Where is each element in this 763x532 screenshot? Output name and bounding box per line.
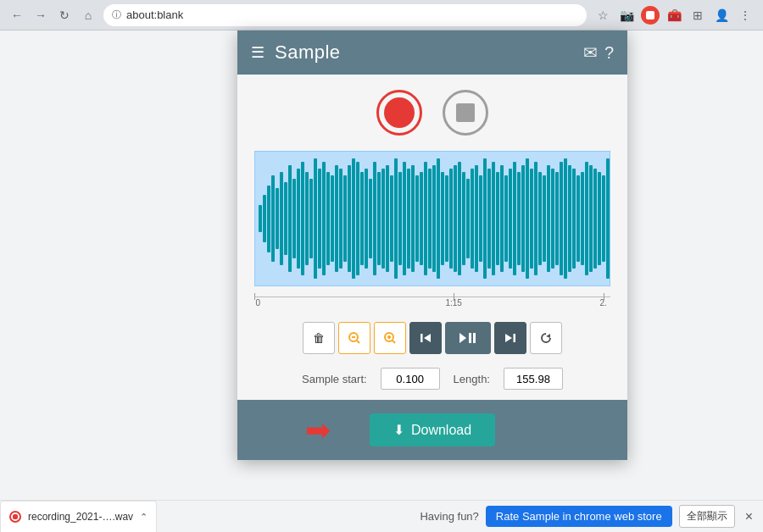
zoom-out-button[interactable] [338, 322, 370, 354]
waveform-bar [555, 172, 559, 266]
play-pause-button[interactable] [445, 322, 491, 354]
waveform-bar [305, 172, 309, 266]
menu-button[interactable]: ⋮ [734, 4, 756, 26]
sample-settings: Sample start: Length: [237, 363, 627, 400]
waveform-bar [407, 169, 410, 269]
tab-grid-button[interactable]: ⊞ [687, 4, 709, 26]
waveform-bar [415, 175, 419, 263]
waveform-bar [314, 158, 317, 279]
forward-button[interactable]: → [31, 5, 51, 25]
hamburger-icon[interactable]: ☰ [251, 43, 265, 62]
skip-forward-button[interactable] [494, 322, 526, 354]
sample-start-input[interactable] [381, 368, 440, 390]
address-bar[interactable]: ⓘ about:blank [103, 4, 587, 26]
skip-back-button[interactable] [409, 322, 442, 354]
waveform-bar [479, 175, 482, 263]
waveform-bar [398, 172, 402, 266]
waveform-bar [365, 169, 368, 269]
waveform-bar [377, 172, 381, 266]
waveform-bar [301, 162, 304, 275]
back-button[interactable]: ← [7, 5, 27, 25]
file-type-icon [9, 511, 21, 523]
play-pause-icon [459, 332, 476, 344]
waveform-bar [526, 158, 529, 279]
svg-line-2 [357, 341, 359, 343]
tick-label-0: 0 [255, 298, 260, 308]
extensions-button[interactable]: 🧰 [663, 4, 685, 26]
file-name: recording_2021-….wav [28, 511, 133, 523]
waveform-bar [292, 179, 296, 259]
waveform-bar [521, 165, 525, 272]
record-dot [646, 11, 654, 19]
waveform-bar [441, 172, 444, 266]
delete-button[interactable]: 🗑 [303, 322, 335, 354]
waveform-bar [513, 162, 516, 275]
waveform-bar [475, 165, 478, 272]
email-icon[interactable]: ✉ [583, 42, 598, 63]
waveform-bar [428, 169, 432, 269]
zoom-out-icon [348, 331, 361, 345]
download-button[interactable]: ⬇ Download [370, 413, 495, 446]
screenshot-button[interactable]: 📷 [615, 4, 638, 26]
waveform-bar [517, 172, 521, 266]
recording-controls [237, 75, 627, 151]
waveform-bar [496, 172, 499, 266]
record-button[interactable] [376, 90, 422, 136]
sample-start-label: Sample start: [302, 373, 367, 385]
popup-header: ☰ Sample ✉ ? [237, 30, 627, 75]
waveform-bar [445, 175, 448, 263]
waveform-bar [394, 158, 398, 279]
waveform-bar [437, 158, 440, 279]
home-button[interactable]: ⌂ [78, 5, 98, 25]
waveform-bar [449, 169, 453, 269]
bottom-right: Having fun? Rate Sample in chrome web st… [420, 505, 763, 528]
record-ext-icon [641, 6, 660, 25]
extension-popup: ☰ Sample ✉ ? 0 [237, 30, 627, 460]
waveform[interactable] [254, 151, 610, 286]
file-chevron-icon[interactable]: ⌃ [140, 512, 148, 523]
waveform-bar [348, 165, 351, 272]
having-fun-text: Having fun? [420, 510, 478, 523]
zoom-in-button[interactable] [374, 322, 406, 354]
waveform-bar [504, 175, 508, 263]
download-section: ➡ ⬇ Download [237, 400, 627, 460]
waveform-bar [454, 165, 457, 272]
help-icon[interactable]: ? [604, 43, 614, 63]
rate-button[interactable]: Rate Sample in chrome web store [486, 506, 672, 527]
reset-button[interactable] [530, 322, 562, 354]
waveform-bar [602, 175, 605, 263]
waveform-bar [382, 169, 385, 269]
waveform-bar [259, 205, 262, 232]
waveform-bar [568, 165, 571, 272]
arrow-container: ➡ [305, 415, 331, 446]
popup-header-left: ☰ Sample [251, 42, 341, 64]
show-all-button[interactable]: 全部顯示 [679, 505, 735, 528]
svg-marker-14 [546, 334, 550, 338]
waveform-bar [356, 162, 359, 275]
file-dot [13, 514, 18, 519]
stop-button[interactable] [443, 90, 488, 136]
svg-rect-11 [473, 333, 476, 343]
waveform-bar [326, 172, 330, 266]
profile-button[interactable]: 👤 [710, 4, 732, 26]
bottom-bar: recording_2021-….wav ⌃ Having fun? Rate … [0, 500, 763, 532]
waveform-bar [284, 182, 287, 256]
record-ext-button[interactable] [639, 4, 661, 26]
waveform-bar [487, 169, 491, 269]
nav-icons: ← → ↻ ⌂ [7, 5, 98, 25]
waveform-bar [538, 172, 542, 266]
waveform-bar [593, 169, 597, 269]
waveform-bar [530, 169, 533, 269]
bookmark-button[interactable]: ☆ [592, 4, 614, 26]
length-input[interactable] [504, 368, 563, 390]
waveform-bar [547, 165, 550, 272]
stop-button-inner [456, 103, 475, 122]
browser-content: ☰ Sample ✉ ? 0 [0, 30, 763, 532]
waveform-bar [424, 162, 427, 275]
popup-title: Sample [275, 42, 341, 64]
reload-button[interactable]: ↻ [54, 5, 75, 25]
svg-rect-8 [420, 334, 423, 342]
waveform-bar [263, 195, 266, 241]
svg-marker-9 [459, 333, 466, 343]
close-bottom-button[interactable]: × [742, 506, 756, 528]
